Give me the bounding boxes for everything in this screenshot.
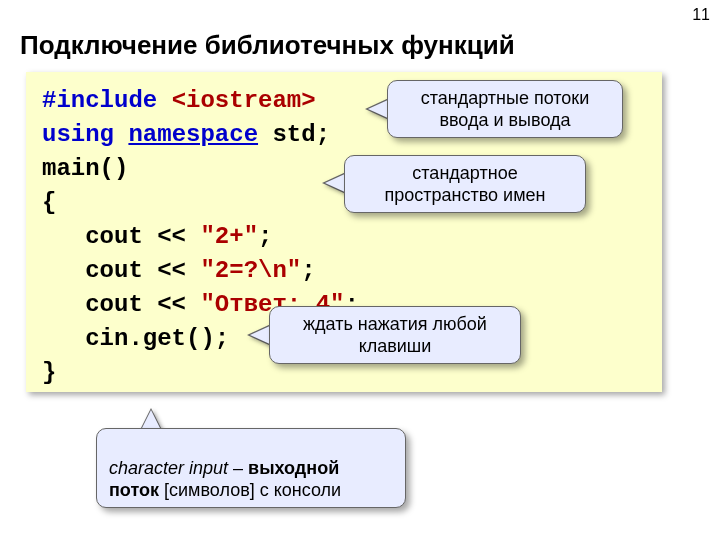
code-using: using <box>42 121 128 148</box>
callout-cin: character input – выходной поток [символ… <box>96 428 406 508</box>
callout-tail <box>141 410 161 430</box>
callout-cin-mid: – <box>228 458 248 478</box>
page-number: 11 <box>692 6 710 24</box>
code-semi2: ; <box>301 257 315 284</box>
callout-cin-tail: [символов] с консоли <box>159 480 341 500</box>
code-str1: "2+" <box>200 223 258 250</box>
slide-title: Подключение библиотечных функций <box>20 30 515 61</box>
code-line-5: cout << "2+"; <box>42 220 646 254</box>
code-line-6: cout << "2=?\n"; <box>42 254 646 288</box>
code-cout2: cout << <box>42 257 200 284</box>
code-semi1: ; <box>258 223 272 250</box>
code-cout1: cout << <box>42 223 200 250</box>
callout-cin-em: character input <box>109 458 228 478</box>
callout-namespace: стандартное пространство имен <box>344 155 586 213</box>
code-cout3: cout << <box>42 291 200 318</box>
code-iostream: <iostream> <box>172 87 316 114</box>
code-namespace: namespace <box>128 121 258 148</box>
code-str2: "2=?\n" <box>200 257 301 284</box>
code-std: std; <box>258 121 330 148</box>
callout-streams: стандартные потоки ввода и вывода <box>387 80 623 138</box>
code-include: #include <box>42 87 172 114</box>
callout-wait-key: ждать нажатия любой клавиши <box>269 306 521 364</box>
